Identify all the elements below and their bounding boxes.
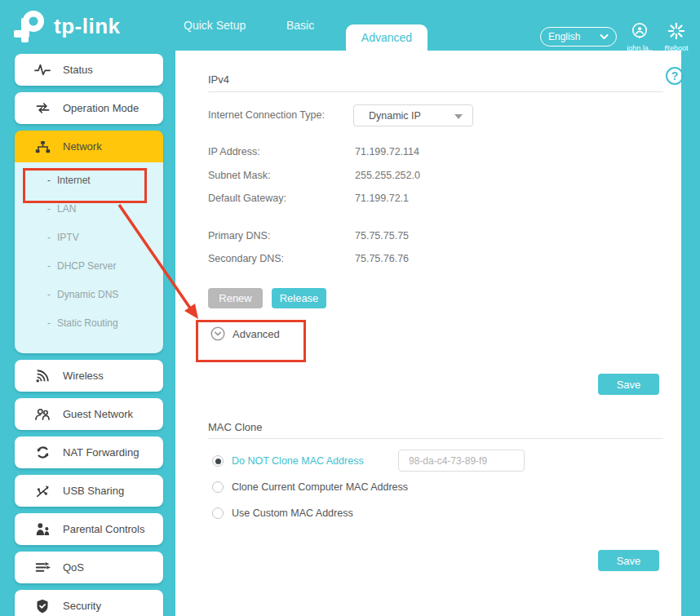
connection-type-label: Internet Connection Type: [208, 109, 325, 121]
primary-dns-value: 75.75.75.75 [355, 230, 409, 242]
shield-check-icon [34, 599, 51, 614]
tab-quick-setup[interactable]: Quick Setup [184, 0, 246, 51]
tplink-logo: tp-link [11, 7, 121, 45]
wifi-icon [34, 369, 51, 383]
sidebar-item-label: USB Sharing [63, 485, 124, 497]
mac-clone-section-title: MAC Clone [208, 421, 262, 433]
sidebar-nav: Status Operation Mode Network - Internet [15, 54, 163, 616]
submenu-item-label: DHCP Server [57, 260, 116, 272]
sidebar-item-operation-mode[interactable]: Operation Mode [15, 92, 163, 124]
family-icon [34, 523, 51, 536]
radio-label: Do NOT Clone MAC Address [232, 455, 364, 467]
main-content: ? IPv4 Internet Connection Type: Dynamic… [175, 51, 681, 616]
submenu-item-label: LAN [57, 203, 76, 215]
sidebar-item-label: Parental Controls [63, 523, 144, 535]
cycle-arrows-icon [34, 445, 51, 459]
sidebar-item-usb-sharing[interactable]: USB Sharing [15, 475, 163, 507]
submenu-marker: - [47, 260, 51, 272]
operation-mode-icon [34, 102, 51, 114]
advanced-toggle[interactable]: Advanced [210, 326, 280, 341]
connection-type-value: Dynamic IP [369, 110, 421, 122]
mac-address-input[interactable] [398, 450, 525, 472]
ipv4-section-title: IPv4 [208, 73, 229, 86]
sidebar-item-status[interactable]: Status [15, 54, 163, 86]
release-button[interactable]: Release [272, 288, 326, 308]
language-value: English [548, 31, 580, 42]
sidebar-item-label: Wireless [63, 370, 104, 382]
sidebar-item-label: Operation Mode [63, 102, 139, 114]
ip-address-value: 71.199.72.114 [355, 146, 419, 157]
chevron-down-circle-icon [210, 326, 225, 341]
radio-clone-current[interactable]: Clone Current Computer MAC Address [212, 481, 408, 493]
top-header: tp-link Quick Setup Basic Advanced Engli… [0, 0, 700, 51]
help-icon[interactable]: ? [666, 67, 684, 85]
ipv4-save-button[interactable]: Save [598, 374, 659, 395]
radio-label: Use Custom MAC Address [232, 507, 353, 519]
submenu-item-label: IPTV [57, 232, 79, 243]
advanced-toggle-label: Advanced [233, 328, 280, 340]
radio-icon[interactable] [212, 507, 224, 519]
connection-type-dropdown[interactable]: Dynamic IP [353, 104, 473, 126]
submenu-item-lan[interactable]: - LAN [15, 194, 163, 223]
subnet-mask-label: Subnet Mask: [208, 170, 270, 181]
submenu-item-dhcp-server[interactable]: - DHCP Server [15, 251, 163, 280]
sidebar-item-label: QoS [63, 561, 84, 574]
sidebar-item-network[interactable]: Network [15, 131, 163, 162]
dropdown-caret-icon [454, 114, 463, 119]
radio-do-not-clone[interactable]: Do NOT Clone MAC Address [212, 455, 364, 467]
language-select[interactable]: English [540, 27, 617, 47]
radio-icon[interactable] [212, 481, 224, 493]
divider [208, 438, 663, 439]
sidebar-item-parental-controls[interactable]: Parental Controls [15, 513, 163, 545]
tplink-logo-icon [11, 7, 49, 45]
submenu-item-internet[interactable]: - Internet [15, 166, 163, 194]
tab-advanced[interactable]: Advanced [346, 24, 428, 51]
submenu-marker: - [47, 232, 51, 243]
submenu-marker: - [47, 203, 51, 215]
user-icon [631, 22, 649, 40]
sidebar-item-qos[interactable]: QoS [15, 552, 163, 583]
priority-arrows-icon [34, 561, 51, 574]
submenu-item-iptv[interactable]: - IPTV [15, 223, 163, 251]
chevron-down-icon [600, 33, 609, 40]
submenu-marker: - [47, 317, 51, 329]
renew-button[interactable]: Renew [208, 288, 263, 308]
radio-use-custom[interactable]: Use Custom MAC Address [212, 507, 353, 519]
pulse-icon [34, 64, 51, 76]
radio-label: Clone Current Computer MAC Address [232, 481, 408, 493]
submenu-item-label: Dynamic DNS [57, 289, 118, 300]
submenu-item-label: Internet [57, 175, 91, 186]
submenu-marker: - [47, 289, 51, 300]
sidebar-item-label: NAT Forwarding [63, 446, 139, 459]
subnet-mask-value: 255.255.252.0 [355, 170, 420, 181]
people-icon [34, 408, 51, 421]
reboot-button[interactable]: Reboot [658, 22, 695, 52]
submenu-item-label: Static Routing [57, 317, 118, 329]
sidebar-item-nat-forwarding[interactable]: NAT Forwarding [15, 437, 163, 468]
radio-icon[interactable] [212, 455, 224, 467]
primary-dns-label: Primary DNS: [208, 230, 270, 242]
mac-clone-save-button[interactable]: Save [598, 550, 659, 571]
tab-basic[interactable]: Basic [286, 0, 314, 51]
ip-address-label: IP Address: [208, 146, 260, 157]
sidebar-item-label: Security [63, 600, 101, 612]
sidebar-item-label: Guest Network [63, 408, 133, 420]
user-menu[interactable]: john.la.. [621, 22, 658, 52]
secondary-dns-label: Secondary DNS: [208, 253, 284, 264]
default-gateway-value: 71.199.72.1 [355, 193, 409, 204]
reboot-icon [667, 22, 685, 40]
sidebar-item-security[interactable]: Security [15, 590, 163, 616]
sidebar-item-label: Status [63, 64, 93, 76]
sidebar-item-wireless[interactable]: Wireless [15, 360, 163, 392]
default-gateway-label: Default Gateway: [208, 193, 286, 204]
brand-name: tp-link [54, 14, 121, 39]
sidebar-item-guest-network[interactable]: Guest Network [15, 398, 163, 430]
submenu-item-dynamic-dns[interactable]: - Dynamic DNS [15, 280, 163, 308]
secondary-dns-value: 75.75.76.76 [355, 253, 409, 264]
divider [208, 91, 663, 92]
submenu-item-static-routing[interactable]: - Static Routing [15, 308, 163, 337]
network-submenu: - Internet - LAN - IPTV - DHCP Server - … [15, 162, 163, 353]
network-icon [34, 140, 51, 153]
submenu-marker: - [47, 175, 51, 186]
sidebar-item-label: Network [63, 140, 102, 153]
